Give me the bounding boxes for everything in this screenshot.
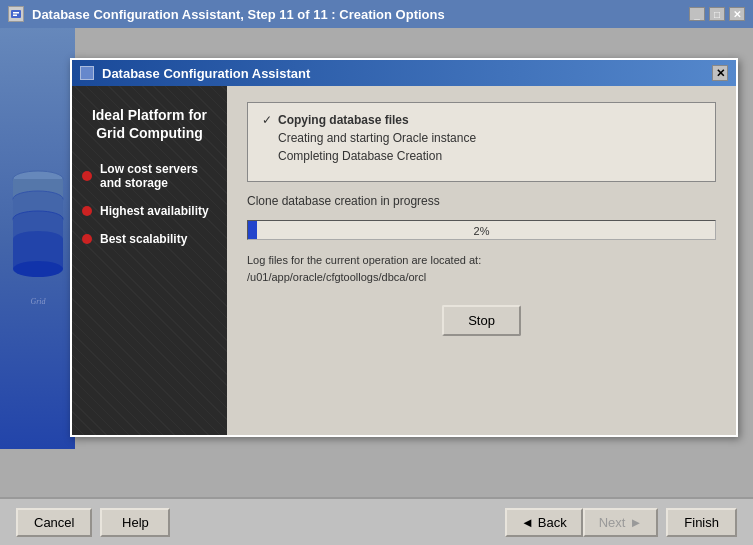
dialog-title-left: Database Configuration Assistant	[80, 66, 310, 81]
stop-btn-container: Stop	[247, 305, 716, 336]
help-button[interactable]: Help	[100, 508, 170, 537]
bottom-toolbar: Cancel Help ◄ Back Next ► Finish	[0, 497, 753, 545]
svg-rect-2	[13, 15, 17, 17]
stop-button[interactable]: Stop	[442, 305, 521, 336]
dialog: Database Configuration Assistant ✕ Ideal…	[70, 58, 738, 437]
dialog-right-panel: ✓ Copying database files ✓ Creating and …	[227, 86, 736, 435]
next-arrow-icon: ►	[629, 515, 642, 530]
log-label: Log files for the current operation are …	[247, 252, 716, 269]
step-2: ✓ Creating and starting Oracle instance	[262, 131, 701, 145]
app-icon	[8, 6, 24, 22]
left-panel-heading: Ideal Platform for Grid Computing	[82, 106, 217, 142]
progress-label: Clone database creation in progress	[247, 194, 716, 208]
back-arrow-icon: ◄	[521, 515, 534, 530]
feature-bullet-1	[82, 171, 92, 181]
step-2-label: Creating and starting Oracle instance	[278, 131, 476, 145]
titlebar-left: Database Configuration Assistant, Step 1…	[8, 6, 445, 22]
step-1-check: ✓	[262, 113, 272, 127]
window-controls[interactable]: _ □ ✕	[689, 7, 745, 21]
background-area: Grid Database Configuration Assistant ✕ …	[0, 28, 753, 497]
next-label: Next	[599, 515, 626, 530]
close-button[interactable]: ✕	[729, 7, 745, 21]
maximize-button[interactable]: □	[709, 7, 725, 21]
svg-rect-0	[11, 10, 21, 18]
step-1-label: Copying database files	[278, 113, 409, 127]
feature-label-1: Low cost servers and storage	[100, 162, 217, 190]
feature-item-1: Low cost servers and storage	[82, 162, 217, 190]
feature-item-3: Best scalability	[82, 232, 217, 246]
feature-label-3: Best scalability	[100, 232, 187, 246]
finish-button[interactable]: Finish	[666, 508, 737, 537]
back-label: Back	[538, 515, 567, 530]
cancel-button[interactable]: Cancel	[16, 508, 92, 537]
main-content: Grid Database Configuration Assistant ✕ …	[0, 28, 753, 545]
feature-item-2: Highest availability	[82, 204, 217, 218]
log-path: /u01/app/oracle/cfgtoollogs/dbca/orcl	[247, 269, 716, 286]
outer-window-title: Database Configuration Assistant, Step 1…	[32, 7, 445, 22]
progress-bar: 2%	[247, 220, 716, 240]
next-button[interactable]: Next ►	[583, 508, 659, 537]
dialog-title: Database Configuration Assistant	[102, 66, 310, 81]
feature-bullet-3	[82, 234, 92, 244]
dialog-body: Ideal Platform for Grid Computing Low co…	[72, 86, 736, 435]
left-decoration: Grid	[0, 28, 75, 449]
dialog-close-button[interactable]: ✕	[712, 65, 728, 81]
svg-point-11	[13, 261, 63, 277]
svg-text:Grid: Grid	[30, 297, 46, 306]
steps-box: ✓ Copying database files ✓ Creating and …	[247, 102, 716, 182]
back-button[interactable]: ◄ Back	[505, 508, 583, 537]
log-container: Log files for the current operation are …	[247, 252, 716, 285]
db-decoration-icon: Grid	[8, 149, 68, 329]
nav-group: ◄ Back Next ►	[505, 508, 658, 537]
step-1: ✓ Copying database files	[262, 113, 701, 127]
svg-rect-1	[13, 12, 19, 14]
dialog-icon	[80, 66, 94, 80]
minimize-button[interactable]: _	[689, 7, 705, 21]
feature-label-2: Highest availability	[100, 204, 209, 218]
step-3: ✓ Completing Database Creation	[262, 149, 701, 163]
outer-titlebar: Database Configuration Assistant, Step 1…	[0, 0, 753, 28]
dialog-left-panel: Ideal Platform for Grid Computing Low co…	[72, 86, 227, 435]
feature-bullet-2	[82, 206, 92, 216]
dialog-titlebar: Database Configuration Assistant ✕	[72, 60, 736, 86]
step-3-label: Completing Database Creation	[278, 149, 442, 163]
progress-bar-text: 2%	[248, 221, 715, 240]
